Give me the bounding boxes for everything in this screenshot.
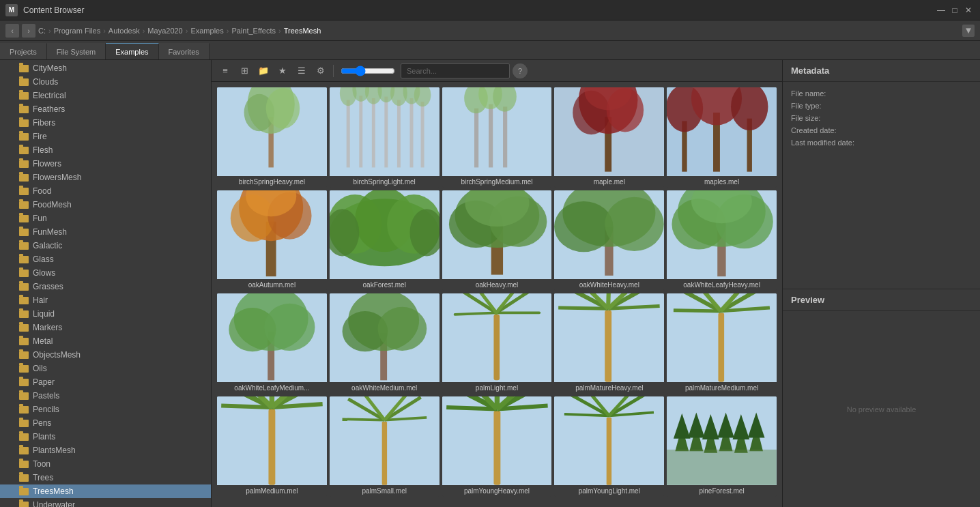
sidebar-item-funmesh[interactable]: FunMesh (0, 225, 211, 239)
sidebar-item-objectsmesh[interactable]: ObjectsMesh (0, 348, 211, 362)
sidebar-item-metal[interactable]: Metal (0, 334, 211, 348)
help-button[interactable]: ? (513, 63, 528, 78)
sidebar-item-flowersmesh[interactable]: FlowersMesh (0, 171, 211, 184)
sidebar-item-grasses[interactable]: Grasses (0, 280, 211, 293)
folder-button[interactable]: 📁 (255, 63, 272, 79)
sidebar-item-galactic[interactable]: Galactic (0, 239, 211, 252)
sidebar-item-label: Paper (33, 377, 55, 387)
sidebar-item-fibers[interactable]: Fibers (0, 116, 211, 130)
search-input[interactable] (401, 63, 510, 78)
file-item-palm-medium[interactable]: palmMedium.mel (217, 396, 327, 497)
tab-favorites[interactable]: Favorites (159, 43, 210, 59)
file-item-oak-white-heavy[interactable]: oakWhiteHeavy.mel (554, 190, 664, 291)
breadcrumb-paint-effects[interactable]: Paint_Effects (231, 27, 276, 35)
file-item-maple[interactable]: maple.mel (554, 87, 664, 188)
sidebar-item-markers[interactable]: Markers (0, 321, 211, 334)
sidebar-item-food[interactable]: Food (0, 184, 211, 198)
breadcrumb-autodesk[interactable]: Autodesk (109, 27, 140, 35)
sidebar-item-clouds[interactable]: Clouds (0, 75, 211, 89)
file-item-oak-white-medium[interactable]: oakWhiteMedium.mel (330, 293, 439, 394)
file-item-palm-young-heavy[interactable]: palmYoungHeavy.mel (442, 396, 552, 497)
file-name: birchSpringLight.mel (330, 176, 439, 188)
sidebar-item-label: Glows (33, 268, 55, 278)
tab-examples[interactable]: Examples (106, 43, 158, 59)
file-grid: birchSpringHeavy.mel (217, 87, 777, 497)
sidebar-item-trees[interactable]: Trees (0, 471, 211, 484)
svg-rect-12 (420, 102, 424, 167)
sidebar-item-label: Glass (33, 255, 54, 264)
sidebar-item-feathers[interactable]: Feathers (0, 102, 211, 116)
sidebar-item-plantsmesh[interactable]: PlantsMesh (0, 444, 211, 457)
svg-line-126 (446, 407, 497, 409)
sidebar-item-oils[interactable]: Oils (0, 362, 211, 375)
svg-rect-9 (384, 97, 388, 168)
sidebar-item-flesh[interactable]: Flesh (0, 143, 211, 157)
file-item-oak-forest[interactable]: oakForest.mel (330, 190, 439, 291)
sidebar-item-fun[interactable]: Fun (0, 212, 211, 225)
file-item-birch-spring-heavy[interactable]: birchSpringHeavy.mel (217, 87, 327, 188)
file-item-oak-white-leafy-medium[interactable]: oakWhiteLeafyMedium... (217, 293, 327, 394)
sidebar-item-toon[interactable]: Toon (0, 457, 211, 471)
folder-icon (19, 351, 29, 359)
file-item-palm-small[interactable]: palmSmall.mel (330, 396, 439, 497)
file-name: maples.mel (667, 176, 777, 188)
file-item-palm-light[interactable]: palmLight.mel (442, 293, 552, 394)
file-item-pine-forest[interactable]: pineForest.mel (667, 396, 777, 497)
file-item-palm-mature-heavy[interactable]: palmMatureHeavy.mel (554, 293, 664, 394)
svg-rect-132 (607, 418, 611, 485)
file-item-palm-mature-medium[interactable]: palmMatureMedium.mel (667, 293, 777, 394)
sidebar-item-label: Metal (33, 336, 53, 346)
svg-line-96 (609, 293, 609, 308)
minimize-button[interactable]: — (935, 4, 947, 16)
svg-rect-21 (474, 108, 478, 168)
zoom-slider[interactable] (341, 66, 395, 76)
grid-view-button[interactable]: ⊞ (236, 63, 253, 79)
breadcrumb-c[interactable]: C: (38, 27, 46, 35)
file-item-oak-autumn[interactable]: oakAutumn.mel (217, 190, 327, 291)
sidebar-item-citymesh[interactable]: CityMesh (0, 61, 211, 75)
sidebar-item-paper[interactable]: Paper (0, 375, 211, 389)
breadcrumb-examples[interactable]: Examples (190, 27, 223, 35)
file-item-palm-young-light[interactable]: palmYoungLight.mel (554, 396, 664, 497)
bookmark-button[interactable]: ★ (274, 63, 291, 79)
settings-button[interactable]: ⚙ (313, 63, 329, 79)
svg-line-118 (342, 420, 384, 420)
file-item-maples[interactable]: maples.mel (667, 87, 777, 188)
back-button[interactable]: ‹ (5, 24, 19, 38)
file-item-oak-heavy[interactable]: oakHeavy.mel (442, 190, 552, 291)
sidebar-item-foodmesh[interactable]: FoodMesh (0, 198, 211, 212)
close-button[interactable]: ✕ (962, 4, 975, 16)
file-item-birch-spring-light[interactable]: birchSpringLight.mel (330, 87, 439, 188)
sidebar-item-pens[interactable]: Pens (0, 416, 211, 430)
file-grid-wrapper[interactable]: birchSpringHeavy.mel (212, 82, 782, 507)
tab-file-system[interactable]: File System (47, 43, 106, 59)
sidebar-item-electrical[interactable]: Electrical (0, 89, 211, 102)
sidebar-item-liquid[interactable]: Liquid (0, 307, 211, 321)
sidebar-item-glows[interactable]: Glows (0, 266, 211, 280)
breadcrumb-dropdown-button[interactable]: ▼ (962, 25, 975, 37)
tab-projects[interactable]: Projects (0, 43, 47, 59)
svg-line-135 (564, 414, 609, 416)
breadcrumb-maya2020[interactable]: Maya2020 (147, 27, 182, 35)
file-item-oak-white-leafy-heavy[interactable]: oakWhiteLeafyHeavy.mel (667, 190, 777, 291)
sidebar-item-fire[interactable]: Fire (0, 130, 211, 143)
maximize-button[interactable]: □ (949, 4, 961, 16)
sidebar-item-flowers[interactable]: Flowers (0, 157, 211, 171)
sidebar-item-pastels[interactable]: Pastels (0, 389, 211, 403)
sidebar-item-hair[interactable]: Hair (0, 293, 211, 307)
sidebar-item-pencils[interactable]: Pencils (0, 403, 211, 416)
file-name: maple.mel (554, 176, 664, 188)
file-name: oakAutumn.mel (217, 279, 327, 291)
forward-button[interactable]: › (22, 24, 35, 38)
filter-button[interactable]: ☰ (293, 63, 310, 79)
breadcrumb-program-files[interactable]: Program Files (54, 27, 100, 35)
sidebar-scroll[interactable]: CityMesh Clouds Electrical Feathers (0, 60, 211, 507)
sidebar-item-plants[interactable]: Plants (0, 430, 211, 444)
file-item-birch-spring-medium[interactable]: birchSpringMedium.mel (442, 87, 552, 188)
list-view-button[interactable]: ≡ (217, 63, 233, 79)
folder-icon (19, 379, 29, 386)
sidebar-item-glass[interactable]: Glass (0, 252, 211, 266)
sidebar-item-underwater[interactable]: Underwater (0, 498, 211, 507)
svg-rect-7 (359, 96, 362, 167)
sidebar-item-treesmesh[interactable]: TreesMesh (0, 484, 211, 498)
